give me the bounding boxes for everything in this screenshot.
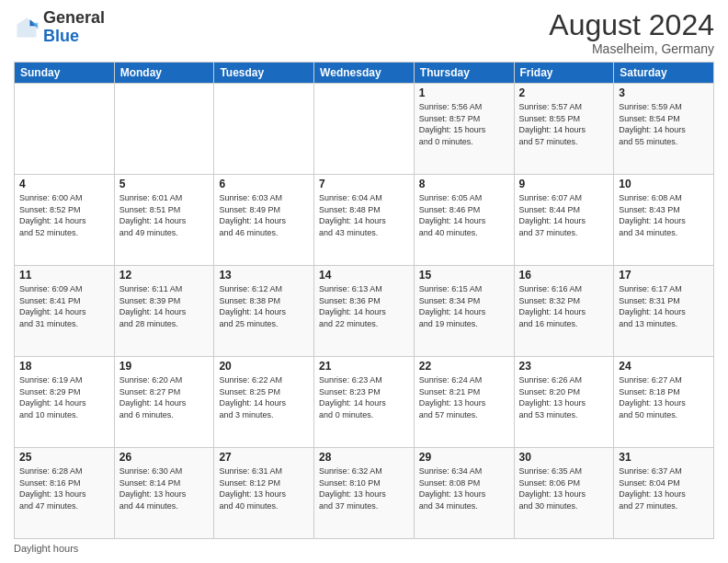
calendar-day-cell [15,84,115,175]
day-of-week-header: Saturday [614,63,714,84]
day-number: 12 [119,269,210,282]
day-info: Sunrise: 5:57 AM Sunset: 8:55 PM Dayligh… [519,101,609,147]
calendar-day-cell: 21Sunrise: 6:23 AM Sunset: 8:23 PM Dayli… [314,357,415,448]
calendar-day-cell: 12Sunrise: 6:11 AM Sunset: 8:39 PM Dayli… [114,266,214,357]
day-number: 26 [119,451,210,464]
calendar-day-cell: 13Sunrise: 6:12 AM Sunset: 8:38 PM Dayli… [214,266,314,357]
day-info: Sunrise: 6:16 AM Sunset: 8:32 PM Dayligh… [519,283,609,329]
day-number: 31 [619,451,709,464]
calendar-day-cell: 8Sunrise: 6:05 AM Sunset: 8:46 PM Daylig… [414,175,514,266]
day-of-week-header: Thursday [414,63,514,84]
day-number: 18 [19,360,109,373]
calendar-day-cell [114,84,214,175]
day-number: 9 [519,178,609,190]
day-of-week-header: Friday [514,63,614,84]
calendar-day-cell: 19Sunrise: 6:20 AM Sunset: 8:27 PM Dayli… [114,357,214,448]
calendar-day-cell: 29Sunrise: 6:34 AM Sunset: 8:08 PM Dayli… [414,448,514,539]
day-info: Sunrise: 6:12 AM Sunset: 8:38 PM Dayligh… [219,283,309,329]
day-number: 1 [419,86,509,99]
day-number: 27 [219,451,309,464]
day-info: Sunrise: 6:28 AM Sunset: 8:16 PM Dayligh… [19,465,109,511]
calendar-day-cell: 15Sunrise: 6:15 AM Sunset: 8:34 PM Dayli… [414,266,514,357]
day-info: Sunrise: 6:04 AM Sunset: 8:48 PM Dayligh… [319,192,409,238]
calendar-week-row: 1Sunrise: 5:56 AM Sunset: 8:57 PM Daylig… [15,84,714,175]
calendar-day-cell [314,84,415,175]
calendar-week-row: 11Sunrise: 6:09 AM Sunset: 8:41 PM Dayli… [15,266,714,357]
day-number: 23 [519,360,609,373]
calendar-day-cell: 24Sunrise: 6:27 AM Sunset: 8:18 PM Dayli… [614,357,714,448]
day-info: Sunrise: 6:35 AM Sunset: 8:06 PM Dayligh… [519,465,609,511]
calendar-day-cell [214,84,314,175]
day-info: Sunrise: 6:15 AM Sunset: 8:34 PM Dayligh… [419,283,509,329]
calendar-day-cell: 11Sunrise: 6:09 AM Sunset: 8:41 PM Dayli… [15,266,115,357]
day-number: 11 [19,269,109,282]
day-number: 3 [619,86,709,99]
day-number: 5 [119,178,210,190]
calendar-day-cell: 17Sunrise: 6:17 AM Sunset: 8:31 PM Dayli… [614,266,714,357]
calendar-day-cell: 25Sunrise: 6:28 AM Sunset: 8:16 PM Dayli… [15,448,115,539]
calendar-day-cell: 4Sunrise: 6:00 AM Sunset: 8:52 PM Daylig… [15,175,115,266]
day-info: Sunrise: 6:27 AM Sunset: 8:18 PM Dayligh… [619,374,709,420]
calendar-week-row: 25Sunrise: 6:28 AM Sunset: 8:16 PM Dayli… [15,448,714,539]
day-info: Sunrise: 5:56 AM Sunset: 8:57 PM Dayligh… [419,101,509,147]
day-number: 19 [119,360,210,373]
footer: Daylight hours [14,543,714,554]
day-number: 24 [619,360,709,373]
calendar-day-cell: 27Sunrise: 6:31 AM Sunset: 8:12 PM Dayli… [214,448,314,539]
calendar-day-cell: 6Sunrise: 6:03 AM Sunset: 8:49 PM Daylig… [214,175,314,266]
day-info: Sunrise: 6:20 AM Sunset: 8:27 PM Dayligh… [119,374,210,420]
calendar-day-cell: 3Sunrise: 5:59 AM Sunset: 8:54 PM Daylig… [614,84,714,175]
day-number: 15 [419,269,509,282]
day-number: 10 [619,178,709,190]
calendar-day-cell: 26Sunrise: 6:30 AM Sunset: 8:14 PM Dayli… [114,448,214,539]
day-info: Sunrise: 6:22 AM Sunset: 8:25 PM Dayligh… [219,374,309,420]
calendar-day-cell: 23Sunrise: 6:26 AM Sunset: 8:20 PM Dayli… [514,357,614,448]
day-number: 7 [319,178,409,190]
day-info: Sunrise: 6:17 AM Sunset: 8:31 PM Dayligh… [619,283,709,329]
day-info: Sunrise: 6:00 AM Sunset: 8:52 PM Dayligh… [19,192,109,238]
day-info: Sunrise: 6:24 AM Sunset: 8:21 PM Dayligh… [419,374,509,420]
calendar-day-cell: 31Sunrise: 6:37 AM Sunset: 8:04 PM Dayli… [614,448,714,539]
day-info: Sunrise: 6:07 AM Sunset: 8:44 PM Dayligh… [519,192,609,238]
logo-general: General [43,8,105,27]
calendar: SundayMondayTuesdayWednesdayThursdayFrid… [14,62,714,539]
calendar-day-cell: 30Sunrise: 6:35 AM Sunset: 8:06 PM Dayli… [514,448,614,539]
day-number: 8 [419,178,509,190]
day-number: 30 [519,451,609,464]
calendar-day-cell: 7Sunrise: 6:04 AM Sunset: 8:48 PM Daylig… [314,175,415,266]
day-info: Sunrise: 6:05 AM Sunset: 8:46 PM Dayligh… [419,192,509,238]
day-info: Sunrise: 6:26 AM Sunset: 8:20 PM Dayligh… [519,374,609,420]
logo-blue: Blue [43,27,79,45]
logo: General Blue [14,9,105,46]
calendar-day-cell: 28Sunrise: 6:32 AM Sunset: 8:10 PM Dayli… [314,448,415,539]
day-info: Sunrise: 6:31 AM Sunset: 8:12 PM Dayligh… [219,465,309,511]
day-of-week-header: Monday [114,63,214,84]
day-number: 17 [619,269,709,282]
day-of-week-header: Wednesday [314,63,415,84]
day-info: Sunrise: 6:01 AM Sunset: 8:51 PM Dayligh… [119,192,210,238]
day-of-week-header: Sunday [15,63,115,84]
day-info: Sunrise: 6:08 AM Sunset: 8:43 PM Dayligh… [619,192,709,238]
day-number: 16 [519,269,609,282]
day-number: 25 [19,451,109,464]
svg-marker-0 [17,17,37,37]
calendar-day-cell: 10Sunrise: 6:08 AM Sunset: 8:43 PM Dayli… [614,175,714,266]
day-info: Sunrise: 6:30 AM Sunset: 8:14 PM Dayligh… [119,465,210,511]
day-number: 6 [219,178,309,190]
day-number: 4 [19,178,109,190]
day-number: 20 [219,360,309,373]
calendar-day-cell: 22Sunrise: 6:24 AM Sunset: 8:21 PM Dayli… [414,357,514,448]
day-number: 13 [219,269,309,282]
header: General Blue August 2024 Maselheim, Germ… [14,9,714,56]
day-number: 28 [319,451,409,464]
day-info: Sunrise: 5:59 AM Sunset: 8:54 PM Dayligh… [619,101,709,147]
calendar-week-row: 18Sunrise: 6:19 AM Sunset: 8:29 PM Dayli… [15,357,714,448]
calendar-day-cell: 9Sunrise: 6:07 AM Sunset: 8:44 PM Daylig… [514,175,614,266]
calendar-day-cell: 16Sunrise: 6:16 AM Sunset: 8:32 PM Dayli… [514,266,614,357]
calendar-day-cell: 18Sunrise: 6:19 AM Sunset: 8:29 PM Dayli… [15,357,115,448]
calendar-day-cell: 20Sunrise: 6:22 AM Sunset: 8:25 PM Dayli… [214,357,314,448]
day-info: Sunrise: 6:23 AM Sunset: 8:23 PM Dayligh… [319,374,409,420]
month-title: August 2024 [549,9,714,41]
page: General Blue August 2024 Maselheim, Germ… [0,0,728,563]
calendar-day-cell: 1Sunrise: 5:56 AM Sunset: 8:57 PM Daylig… [414,84,514,175]
